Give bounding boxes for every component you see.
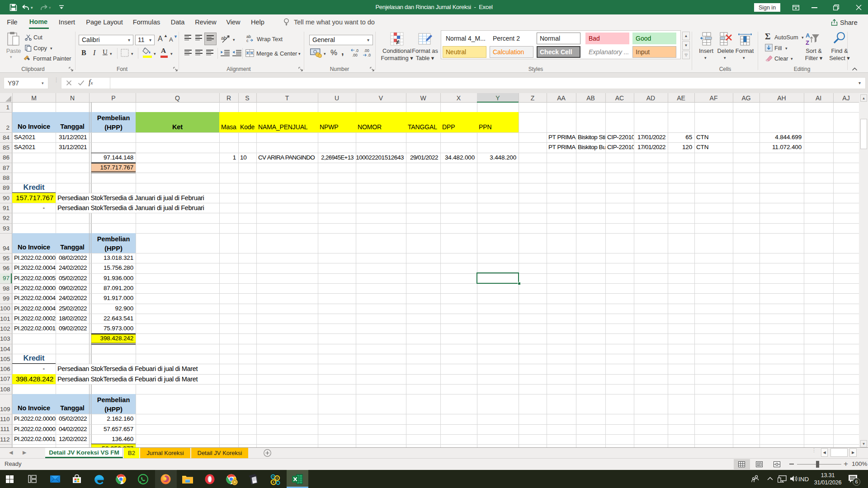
svg-text:A: A <box>806 32 810 39</box>
svg-text:≠: ≠ <box>396 38 400 46</box>
svg-text:Z: Z <box>806 39 809 46</box>
svg-text:.0: .0 <box>368 53 371 57</box>
svg-text:.00: .00 <box>364 48 369 53</box>
svg-text:c: c <box>246 38 249 42</box>
svg-text:.0: .0 <box>355 48 359 53</box>
svg-text:ab: ab <box>221 35 226 41</box>
svg-text:.00: .00 <box>352 53 358 57</box>
